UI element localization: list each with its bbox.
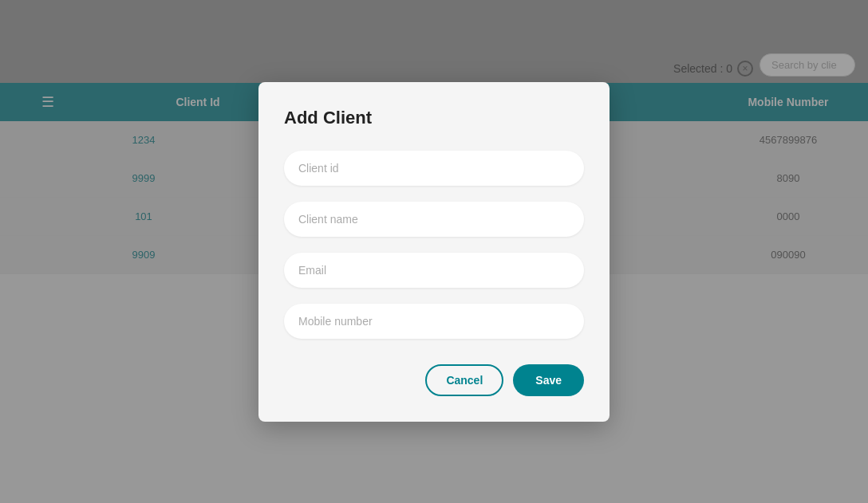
client-name-input[interactable] (284, 202, 584, 237)
add-client-modal: Add Client Cancel Save (258, 82, 610, 422)
modal-overlay: Add Client Cancel Save (0, 0, 868, 503)
save-button[interactable]: Save (513, 364, 584, 396)
modal-title: Add Client (284, 108, 584, 128)
cancel-button[interactable]: Cancel (425, 364, 503, 396)
email-input[interactable] (284, 253, 584, 288)
mobile-number-input[interactable] (284, 304, 584, 339)
email-field (284, 253, 584, 288)
modal-actions: Cancel Save (284, 364, 584, 396)
client-id-field (284, 151, 584, 186)
mobile-number-field (284, 304, 584, 339)
client-name-field (284, 202, 584, 237)
client-id-input[interactable] (284, 151, 584, 186)
